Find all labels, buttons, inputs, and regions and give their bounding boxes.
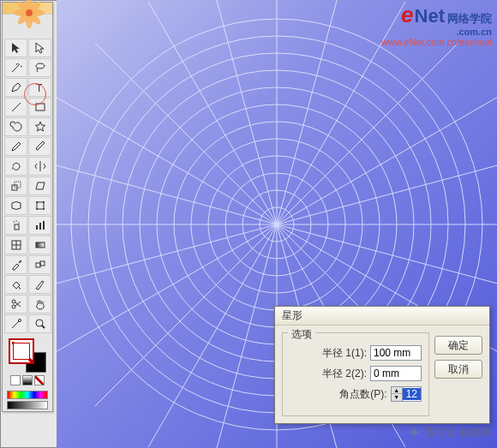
pencil-tool[interactable] xyxy=(4,137,27,156)
dialog-title[interactable]: 星形 xyxy=(275,307,489,326)
bottom-wm-sub: 教程网 xyxy=(459,426,490,440)
pen-tool[interactable] xyxy=(4,78,27,97)
spiral-tool[interactable] xyxy=(4,117,27,136)
mesh-tool[interactable] xyxy=(4,236,27,254)
options-legend: 选项 xyxy=(288,327,315,342)
svg-rect-35 xyxy=(37,202,44,209)
scissors-tool[interactable] xyxy=(4,295,27,314)
direct-select-tool[interactable] xyxy=(28,39,51,57)
symbol-spray-tool[interactable] xyxy=(4,216,27,235)
svg-point-54 xyxy=(12,300,15,303)
radius2-label: 半径 2(2): xyxy=(290,367,367,381)
radius1-label: 半径 1(1): xyxy=(290,346,367,361)
star-dialog: 星形 选项 半径 1(1): 半径 2(2): 角点数(P): ▲ xyxy=(274,306,490,424)
fill-stroke-swatch[interactable] xyxy=(9,338,46,373)
spin-up-icon[interactable]: ▲ xyxy=(392,387,402,394)
radius2-input[interactable] xyxy=(370,366,422,381)
points-value[interactable]: 12 xyxy=(403,388,421,400)
svg-rect-44 xyxy=(36,225,38,230)
blend-tool[interactable] xyxy=(28,255,51,274)
tool-grid: T xyxy=(3,37,52,335)
svg-rect-50 xyxy=(36,242,45,248)
graph-tool[interactable] xyxy=(28,216,51,235)
fill-swatch[interactable] xyxy=(9,338,34,364)
svg-point-36 xyxy=(36,201,38,203)
gradient-mode-icon[interactable] xyxy=(22,375,33,385)
logo-net: Net xyxy=(415,5,445,27)
app-logo-icon xyxy=(8,0,51,28)
points-label: 角点数(P): xyxy=(290,387,387,402)
svg-point-37 xyxy=(43,201,45,203)
scale-tool[interactable] xyxy=(4,176,27,195)
toolbox-panel: T xyxy=(2,2,53,412)
logo-domain: .com.cn xyxy=(447,27,492,37)
selection-tool[interactable] xyxy=(4,39,27,57)
points-spinner[interactable]: ▲ ▼ 12 xyxy=(391,386,422,402)
svg-point-43 xyxy=(18,222,19,223)
svg-line-31 xyxy=(12,103,21,111)
magic-wand-tool[interactable] xyxy=(4,58,27,77)
rotate-tool[interactable] xyxy=(4,157,27,176)
free-transform-tool[interactable] xyxy=(28,196,51,215)
warp-tool[interactable] xyxy=(4,196,27,215)
rectangle-tool[interactable] xyxy=(28,98,51,116)
line-tool[interactable] xyxy=(4,98,27,116)
gradient-tool[interactable] xyxy=(28,236,51,254)
slice-tool[interactable] xyxy=(28,275,51,294)
svg-rect-40 xyxy=(15,224,19,230)
radius1-input[interactable] xyxy=(370,345,422,361)
bottom-watermark: ✦ 查字典 教程网 xyxy=(407,422,490,443)
options-group: 选项 半径 1(1): 半径 2(2): 角点数(P): ▲ ▼ xyxy=(282,332,429,416)
lasso-tool[interactable] xyxy=(28,58,51,77)
svg-point-53 xyxy=(12,305,15,308)
spin-down-icon[interactable]: ▼ xyxy=(392,394,402,401)
zoom-tool[interactable] xyxy=(28,314,51,333)
svg-rect-51 xyxy=(36,263,40,267)
svg-point-39 xyxy=(43,208,45,210)
hand-tool[interactable] xyxy=(28,295,51,314)
cancel-button[interactable]: 取消 xyxy=(434,360,482,379)
knife-tool[interactable] xyxy=(4,314,27,333)
svg-rect-52 xyxy=(40,261,45,266)
svg-point-38 xyxy=(36,208,38,210)
color-spectrum[interactable] xyxy=(7,391,48,399)
svg-point-41 xyxy=(13,221,14,222)
brush-tool[interactable] xyxy=(28,137,51,156)
logo-e: e xyxy=(401,2,413,28)
svg-point-28 xyxy=(26,9,33,16)
reflect-tool[interactable] xyxy=(28,157,51,176)
star-tool[interactable] xyxy=(28,117,51,136)
grayscale-bar[interactable] xyxy=(7,401,48,409)
watermark-url: www.eNet.com.cn/eschool xyxy=(381,37,492,47)
type-tool[interactable]: T xyxy=(28,78,51,97)
svg-text:T: T xyxy=(36,82,43,94)
svg-point-55 xyxy=(36,320,43,326)
svg-line-56 xyxy=(42,326,45,328)
ok-button[interactable]: 确定 xyxy=(434,336,482,355)
logo-zh: 网络学院 xyxy=(447,11,492,27)
none-mode-icon[interactable] xyxy=(34,375,45,385)
svg-point-42 xyxy=(15,220,16,221)
watermark-logo: e Net 网络学院 .com.cn www.eNet.com.cn/escho… xyxy=(381,2,492,47)
shear-tool[interactable] xyxy=(28,176,51,195)
color-mode-icon[interactable] xyxy=(10,375,21,385)
live-paint-tool[interactable] xyxy=(4,275,27,294)
svg-rect-32 xyxy=(36,104,45,111)
bottom-wm-main: 查字典 xyxy=(425,426,456,440)
svg-rect-46 xyxy=(43,221,45,230)
color-swatch-section xyxy=(3,335,52,389)
svg-rect-45 xyxy=(39,223,41,230)
eyedropper-tool[interactable] xyxy=(4,255,27,274)
